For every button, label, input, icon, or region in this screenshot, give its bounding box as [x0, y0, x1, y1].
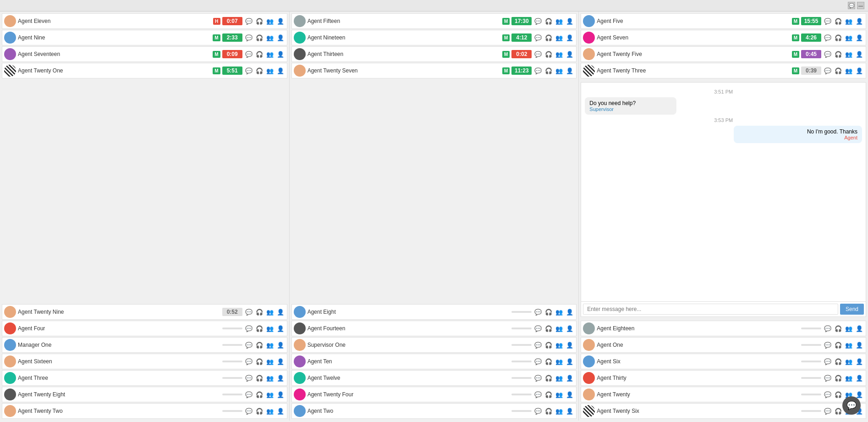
chat-action-icon[interactable]: 💬 [244, 341, 253, 349]
headphone-action-icon[interactable]: 🎧 [544, 50, 553, 58]
person-action-icon[interactable]: 👤 [276, 308, 285, 316]
group-action-icon[interactable]: 👥 [555, 67, 564, 75]
group-action-icon[interactable]: 👥 [265, 358, 275, 366]
chat-btn[interactable]: 💬 [848, 2, 855, 9]
chat-action-icon[interactable]: 💬 [533, 374, 543, 382]
person-action-icon[interactable]: 👤 [276, 325, 285, 333]
group-action-icon[interactable]: 👥 [265, 308, 275, 316]
chat-action-icon[interactable]: 💬 [533, 325, 543, 333]
person-action-icon[interactable]: 👤 [565, 67, 574, 75]
person-action-icon[interactable]: 👤 [855, 341, 864, 349]
person-action-icon[interactable]: 👤 [855, 358, 864, 366]
headphone-action-icon[interactable]: 🎧 [544, 325, 553, 333]
person-action-icon[interactable]: 👤 [276, 50, 285, 58]
chat-action-icon[interactable]: 💬 [244, 17, 253, 25]
headphone-action-icon[interactable]: 🎧 [255, 407, 264, 415]
group-action-icon[interactable]: 👥 [555, 374, 564, 382]
chat-action-icon[interactable]: 💬 [244, 308, 253, 316]
chat-action-icon[interactable]: 💬 [533, 34, 543, 42]
chat-action-icon[interactable]: 💬 [823, 50, 832, 58]
group-action-icon[interactable]: 👥 [265, 374, 275, 382]
group-action-icon[interactable]: 👥 [555, 308, 564, 316]
chat-action-icon[interactable]: 💬 [823, 374, 832, 382]
floating-chat-button[interactable]: 💬 [842, 396, 861, 415]
group-action-icon[interactable]: 👥 [265, 407, 275, 415]
chat-action-icon[interactable]: 💬 [533, 67, 543, 75]
person-action-icon[interactable]: 👤 [276, 358, 285, 366]
headphone-action-icon[interactable]: 🎧 [834, 407, 843, 415]
headphone-action-icon[interactable]: 🎧 [834, 34, 843, 42]
person-action-icon[interactable]: 👤 [565, 374, 574, 382]
group-action-icon[interactable]: 👥 [844, 325, 853, 333]
headphone-action-icon[interactable]: 🎧 [255, 34, 264, 42]
group-action-icon[interactable]: 👥 [265, 341, 275, 349]
group-action-icon[interactable]: 👥 [265, 67, 275, 75]
headphone-action-icon[interactable]: 🎧 [544, 67, 553, 75]
person-action-icon[interactable]: 👤 [565, 308, 574, 316]
chat-action-icon[interactable]: 💬 [823, 407, 832, 415]
headphone-action-icon[interactable]: 🎧 [544, 341, 553, 349]
chat-action-icon[interactable]: 💬 [823, 358, 832, 366]
headphone-action-icon[interactable]: 🎧 [544, 308, 553, 316]
person-action-icon[interactable]: 👤 [565, 50, 574, 58]
chat-action-icon[interactable]: 💬 [244, 358, 253, 366]
group-action-icon[interactable]: 👥 [555, 17, 564, 25]
group-action-icon[interactable]: 👥 [555, 325, 564, 333]
chat-action-icon[interactable]: 💬 [244, 374, 253, 382]
chat-action-icon[interactable]: 💬 [823, 391, 832, 399]
headphone-action-icon[interactable]: 🎧 [834, 391, 843, 399]
person-action-icon[interactable]: 👤 [276, 374, 285, 382]
person-action-icon[interactable]: 👤 [276, 34, 285, 42]
person-action-icon[interactable]: 👤 [855, 34, 864, 42]
headphone-action-icon[interactable]: 🎧 [255, 67, 264, 75]
chat-action-icon[interactable]: 💬 [244, 67, 253, 75]
person-action-icon[interactable]: 👤 [855, 374, 864, 382]
chat-action-icon[interactable]: 💬 [533, 50, 543, 58]
group-action-icon[interactable]: 👥 [844, 374, 853, 382]
person-action-icon[interactable]: 👤 [565, 341, 574, 349]
headphone-action-icon[interactable]: 🎧 [544, 407, 553, 415]
send-button[interactable]: Send [840, 304, 864, 315]
person-action-icon[interactable]: 👤 [565, 34, 574, 42]
group-action-icon[interactable]: 👥 [555, 407, 564, 415]
chat-action-icon[interactable]: 💬 [533, 17, 543, 25]
headphone-action-icon[interactable]: 🎧 [834, 67, 843, 75]
chat-action-icon[interactable]: 💬 [533, 407, 543, 415]
headphone-action-icon[interactable]: 🎧 [255, 50, 264, 58]
person-action-icon[interactable]: 👤 [276, 341, 285, 349]
headphone-action-icon[interactable]: 🎧 [255, 17, 264, 25]
person-action-icon[interactable]: 👤 [565, 358, 574, 366]
chat-action-icon[interactable]: 💬 [244, 391, 253, 399]
chat-action-icon[interactable]: 💬 [533, 391, 543, 399]
person-action-icon[interactable]: 👤 [276, 17, 285, 25]
headphone-action-icon[interactable]: 🎧 [255, 358, 264, 366]
group-action-icon[interactable]: 👥 [265, 17, 275, 25]
person-action-icon[interactable]: 👤 [276, 67, 285, 75]
headphone-action-icon[interactable]: 🎧 [255, 308, 264, 316]
group-action-icon[interactable]: 👥 [555, 50, 564, 58]
chat-action-icon[interactable]: 💬 [533, 358, 543, 366]
headphone-action-icon[interactable]: 🎧 [834, 50, 843, 58]
group-action-icon[interactable]: 👥 [265, 34, 275, 42]
chat-action-icon[interactable]: 💬 [533, 308, 543, 316]
person-action-icon[interactable]: 👤 [855, 67, 864, 75]
group-action-icon[interactable]: 👥 [844, 50, 853, 58]
headphone-action-icon[interactable]: 🎧 [834, 341, 843, 349]
person-action-icon[interactable]: 👤 [855, 50, 864, 58]
chat-action-icon[interactable]: 💬 [823, 17, 832, 25]
chat-action-icon[interactable]: 💬 [244, 34, 253, 42]
group-action-icon[interactable]: 👥 [844, 34, 853, 42]
chat-action-icon[interactable]: 💬 [823, 67, 832, 75]
chat-action-icon[interactable]: 💬 [244, 407, 253, 415]
chat-action-icon[interactable]: 💬 [823, 341, 832, 349]
group-action-icon[interactable]: 👥 [844, 17, 853, 25]
headphone-action-icon[interactable]: 🎧 [255, 374, 264, 382]
headphone-action-icon[interactable]: 🎧 [544, 17, 553, 25]
person-action-icon[interactable]: 👤 [565, 17, 574, 25]
headphone-action-icon[interactable]: 🎧 [544, 34, 553, 42]
chat-input[interactable] [583, 304, 838, 315]
person-action-icon[interactable]: 👤 [276, 407, 285, 415]
chat-action-icon[interactable]: 💬 [823, 325, 832, 333]
headphone-action-icon[interactable]: 🎧 [255, 341, 264, 349]
headphone-action-icon[interactable]: 🎧 [544, 374, 553, 382]
